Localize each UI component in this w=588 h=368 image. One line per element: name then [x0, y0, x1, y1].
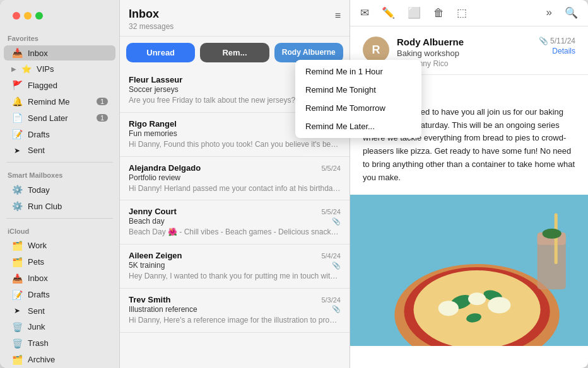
- sidebar-item-run-club[interactable]: ⚙️ Run Club: [4, 198, 115, 214]
- sidebar-item-label: Drafts: [28, 130, 50, 139]
- sidebar-item-label: Pets: [28, 257, 44, 267]
- remind-tomorrow[interactable]: Remind Me Tomorrow: [295, 99, 421, 117]
- sidebar-item-icloud-inbox[interactable]: 📥 Inbox: [4, 271, 115, 286]
- detail-date-area: 📎 5/11/24 Details: [539, 37, 575, 55]
- message-list-title: Inbox: [129, 8, 341, 21]
- archive-toolbar-icon[interactable]: ⬜: [408, 6, 421, 20]
- svg-point-13: [543, 228, 562, 238]
- compose-icon[interactable]: ✏️: [382, 6, 395, 20]
- msg-preview: Hey Danny, I wanted to thank you for put…: [129, 271, 341, 282]
- msg-date: 5/5/24: [321, 208, 341, 216]
- move-to-junk-icon[interactable]: ⬚: [457, 6, 467, 20]
- icloud-drafts-icon: 📝: [11, 290, 23, 300]
- msg-sender: Trev Smith: [129, 295, 170, 304]
- remind-later[interactable]: Remind Me Later...: [295, 117, 421, 135]
- avatar-initial: R: [372, 43, 380, 57]
- send-later-badge: 1: [97, 114, 108, 122]
- flag-icon: 🚩: [11, 80, 23, 90]
- folder-icon: 🗂️: [11, 241, 23, 251]
- divider-2: [6, 218, 113, 219]
- traffic-light-yellow[interactable]: [24, 12, 32, 20]
- favorites-label: Favorites: [0, 30, 119, 45]
- remind-later-label: Remind Me Later...: [305, 122, 375, 131]
- detail-attach: 📎: [539, 37, 548, 45]
- email-image: [350, 195, 588, 346]
- msg-preview: Hi Danny! Herland passed me your contact…: [129, 183, 341, 194]
- detail-subject: Baking workshop: [397, 49, 539, 58]
- msg-preview: Beach Day 🌺 - Chill vibes - Beach games …: [129, 227, 341, 238]
- traffic-light-green[interactable]: [35, 12, 43, 20]
- archive-icon: 🗂️: [11, 355, 23, 365]
- sidebar-item-label: Flagged: [28, 81, 57, 90]
- remind-tonight[interactable]: Remind Me Tonight: [295, 81, 421, 99]
- msg-subject: 5K training 📎: [129, 261, 341, 270]
- remind-tonight-label: Remind Me Tonight: [305, 85, 376, 95]
- sidebar-item-archive[interactable]: 🗂️ Archive: [4, 352, 115, 367]
- remind-me-badge: 1: [97, 98, 108, 105]
- sidebar-item-icloud-sent[interactable]: ➤ Sent: [4, 304, 115, 318]
- pets-folder-icon: 🗂️: [11, 257, 23, 267]
- sidebar-item-label: Inbox: [28, 49, 48, 58]
- svg-point-9: [468, 292, 486, 305]
- msg-date: 5/3/24: [321, 296, 341, 304]
- details-link[interactable]: Details: [539, 47, 575, 55]
- msg-sender: Rigo Rangel: [129, 119, 177, 129]
- sidebar-item-vips[interactable]: ▶ ⭐ VIPs: [4, 62, 115, 76]
- table-row[interactable]: Alejandra Delgado 5/5/24 Portfolio revie…: [120, 157, 350, 201]
- run-club-icon: ⚙️: [11, 201, 23, 211]
- reply-icon[interactable]: ✉: [360, 6, 369, 20]
- filter-icon[interactable]: ≡: [335, 10, 341, 21]
- divider: [6, 162, 113, 163]
- detail-sender: Rody Albuerne: [397, 37, 539, 47]
- star-icon: ⭐: [21, 64, 32, 74]
- chevron-icon: ▶: [11, 66, 16, 72]
- sidebar-item-send-later[interactable]: 📄 Send Later 1: [4, 110, 115, 125]
- sidebar-item-flagged[interactable]: 🚩 Flagged: [4, 78, 115, 93]
- svg-rect-12: [555, 213, 558, 263]
- message-list-count: 32 messages: [129, 22, 341, 31]
- tab-remind[interactable]: Rem...: [200, 43, 269, 62]
- icloud-label: iCloud: [0, 222, 119, 238]
- msg-subject: Portfolio review: [129, 173, 341, 182]
- sidebar-item-inbox[interactable]: 📥 Inbox: [4, 45, 115, 60]
- traffic-light-red[interactable]: [13, 12, 20, 20]
- icloud-sent-icon: ➤: [11, 306, 23, 315]
- message-list: Inbox 32 messages ≡ Unread Rem... Rody A…: [120, 0, 350, 368]
- sidebar-item-remind-me[interactable]: 🔔 Remind Me 1: [4, 94, 115, 109]
- trash-toolbar-icon[interactable]: 🗑: [433, 7, 444, 20]
- sidebar-item-label: VIPs: [37, 64, 54, 74]
- unread-tab-label: Unread: [146, 48, 175, 57]
- sidebar-item-drafts[interactable]: 📝 Drafts: [4, 127, 115, 142]
- table-row[interactable]: Jenny Court 5/5/24 Beach day 📎 Beach Day…: [120, 200, 350, 244]
- more-icon[interactable]: »: [546, 6, 552, 20]
- msg-sender: Aileen Zeigen: [129, 251, 182, 260]
- attachment-icon: 📎: [332, 262, 341, 270]
- table-row[interactable]: Trev Smith 5/3/24 Illustration reference…: [120, 289, 350, 333]
- tab-unread[interactable]: Unread: [126, 43, 195, 62]
- search-toolbar-icon[interactable]: 🔍: [565, 6, 578, 20]
- detail-toolbar: ✉ ✏️ ⬜ 🗑 ⬚ » 🔍: [350, 0, 588, 26]
- sidebar-item-icloud-drafts[interactable]: 📝 Drafts: [4, 287, 115, 302]
- msg-date: 5/5/24: [321, 164, 341, 172]
- sidebar-item-sent[interactable]: ➤ Sent: [4, 143, 115, 158]
- detail-pane: ✉ ✏️ ⬜ 🗑 ⬚ » 🔍 R Rody Albuerne Baking wo…: [350, 0, 588, 368]
- sidebar-item-pets[interactable]: 🗂️ Pets: [4, 255, 115, 270]
- sidebar-item-label: Drafts: [28, 290, 50, 299]
- sidebar-item-label: Work: [28, 241, 47, 250]
- detail-date: 5/11/24: [550, 37, 575, 45]
- drafts-icon: 📝: [11, 129, 23, 139]
- sidebar-item-trash[interactable]: 🗑️ Trash: [4, 336, 115, 351]
- msg-sender: Alejandra Delgado: [129, 163, 201, 173]
- sidebar-item-work[interactable]: 🗂️ Work: [4, 238, 115, 253]
- remind-tab-label: Rem...: [222, 48, 247, 57]
- remind-tomorrow-label: Remind Me Tomorrow: [305, 103, 385, 113]
- sidebar-item-today[interactable]: ⚙️ Today: [4, 182, 115, 197]
- sidebar-item-junk[interactable]: 🗑️ Junk: [4, 319, 115, 335]
- sidebar-item-label: Inbox: [28, 273, 48, 283]
- table-row[interactable]: Aileen Zeigen 5/4/24 5K training 📎 Hey D…: [120, 244, 350, 289]
- sidebar-item-label: Run Club: [28, 202, 62, 211]
- sidebar: Favorites 📥 Inbox ▶ ⭐ VIPs 🚩 Flagged 🔔 R…: [0, 0, 120, 368]
- trash-icon: 🗑️: [11, 338, 23, 348]
- remind-1-hour-label: Remind Me in 1 Hour: [305, 67, 383, 76]
- remind-1-hour[interactable]: Remind Me in 1 Hour: [295, 62, 421, 81]
